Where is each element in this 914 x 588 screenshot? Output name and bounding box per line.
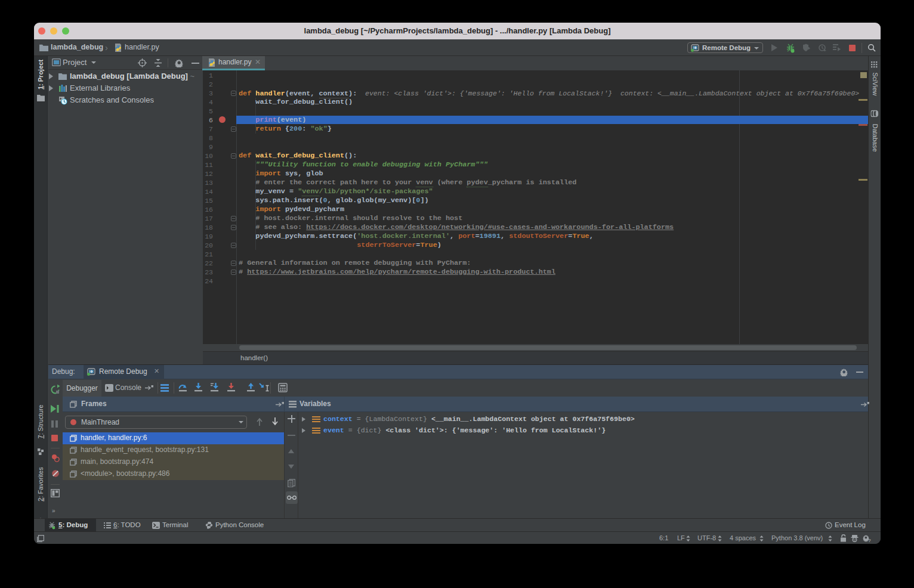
svg-text:?: ?	[868, 538, 871, 543]
